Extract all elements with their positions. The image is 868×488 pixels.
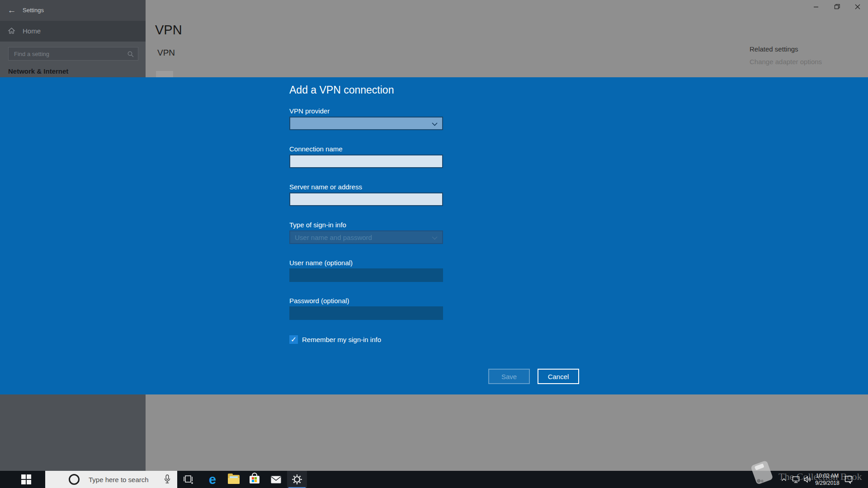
window-title: Settings — [23, 7, 44, 14]
tray-expand-icon[interactable] — [781, 471, 787, 488]
start-button[interactable] — [15, 471, 40, 488]
tray-clock[interactable]: 10:02 AM 9/29/2018 — [812, 472, 843, 487]
change-adapter-options-link[interactable]: Change adapter options — [750, 58, 822, 66]
tray-time: 10:02 AM — [812, 472, 843, 479]
home-icon — [8, 27, 15, 37]
user-name-field — [289, 268, 443, 282]
minimize-icon — [813, 3, 819, 11]
sign-in-type-dropdown: User name and password — [289, 230, 443, 244]
password-label: Password (optional) — [289, 297, 349, 305]
connection-name-label: Connection name — [289, 145, 343, 153]
save-button[interactable]: Save — [488, 369, 530, 384]
server-name-input[interactable] — [290, 193, 442, 205]
related-settings-heading: Related settings — [750, 45, 798, 53]
close-button[interactable] — [847, 0, 868, 14]
vpn-section-heading: VPN — [157, 48, 175, 58]
find-a-setting-box[interactable] — [8, 47, 138, 61]
add-vpn-connection-dialog: Add a VPN connection VPN provider Connec… — [0, 77, 868, 394]
minimize-button[interactable] — [806, 0, 826, 14]
vpn-provider-label: VPN provider — [289, 107, 330, 115]
taskbar-search-box[interactable] — [45, 471, 177, 488]
settings-app-icon-active[interactable] — [287, 471, 307, 488]
remember-sign-in-label: Remember my sign-in info — [302, 336, 381, 343]
windows-logo-icon — [21, 474, 31, 484]
taskbar-search-input[interactable] — [89, 471, 156, 488]
restore-icon — [834, 3, 840, 11]
taskbar: e 10 — [0, 471, 868, 488]
microsoft-store-icon[interactable] — [245, 471, 264, 488]
page-title: VPN — [155, 23, 182, 38]
checkbox-checked-icon[interactable]: ✓ — [289, 335, 298, 344]
sign-in-type-label: Type of sign-in info — [289, 221, 346, 229]
server-name-label: Server name or address — [289, 183, 362, 191]
user-name-label: User name (optional) — [289, 259, 353, 267]
sidebar-home-label: Home — [23, 27, 41, 35]
dialog-title: Add a VPN connection — [289, 84, 394, 96]
action-center-icon[interactable] — [844, 471, 853, 488]
add-vpn-button-top-edge[interactable] — [156, 71, 173, 77]
volume-icon[interactable] — [804, 471, 811, 488]
find-a-setting-input[interactable] — [9, 47, 138, 60]
network-icon[interactable] — [792, 471, 801, 488]
sign-in-type-value: User name and password — [295, 234, 372, 241]
restore-button[interactable] — [826, 0, 847, 14]
titlebar — [0, 0, 146, 21]
search-icon — [127, 51, 134, 60]
back-button[interactable]: ← — [5, 5, 18, 16]
vpn-provider-dropdown[interactable] — [289, 117, 443, 130]
connection-name-input[interactable] — [290, 155, 442, 167]
close-icon — [855, 3, 860, 11]
edge-browser-icon[interactable]: e — [203, 471, 222, 488]
sidebar-item-home[interactable]: Home — [0, 21, 146, 42]
connection-name-field[interactable] — [289, 155, 443, 168]
cancel-button[interactable]: Cancel — [538, 369, 579, 384]
mail-icon[interactable] — [266, 471, 286, 488]
server-name-field[interactable] — [289, 192, 443, 206]
gear-icon — [292, 474, 302, 485]
cortana-icon — [69, 474, 80, 485]
tray-date: 9/29/2018 — [812, 479, 843, 487]
file-explorer-icon[interactable] — [224, 471, 244, 488]
password-field — [289, 306, 443, 320]
sidebar-category-network-internet[interactable]: Network & Internet — [8, 67, 68, 75]
microphone-icon[interactable] — [164, 474, 171, 486]
task-view-icon[interactable] — [179, 471, 198, 488]
chevron-down-icon — [432, 122, 438, 126]
chevron-down-icon — [432, 236, 438, 240]
